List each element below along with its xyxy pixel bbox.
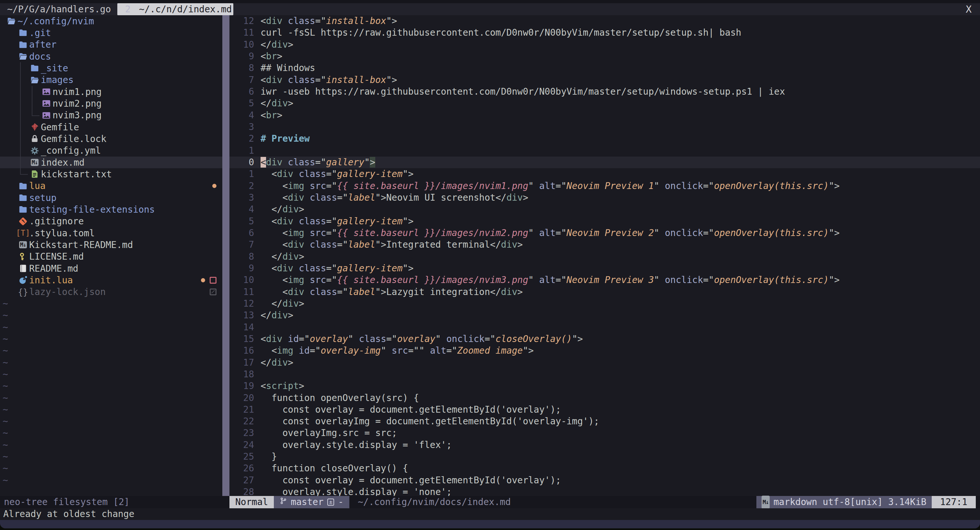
tree-item-label: _config.yml <box>41 145 101 156</box>
code-line[interactable]: 10 <img src="{{ site.baseurl }}/images/n… <box>229 274 980 286</box>
code-text: <div class="label">Integrated terminal</… <box>261 239 523 251</box>
tab-index-md[interactable]: 2 ~/.c/n/d/index.md <box>117 3 233 15</box>
tree-item-nvim2-png[interactable]: nvim2.png <box>0 97 222 109</box>
code-line[interactable]: 1 <div class="gallery-item"> <box>229 168 980 180</box>
code-line[interactable]: 26 function closeOverlay() { <box>229 463 980 474</box>
code-line[interactable]: 8## Windows <box>229 62 980 74</box>
tree-item-lua[interactable]: lua <box>0 180 222 192</box>
tab-handlers-go[interactable]: ~/P/G/a/handlers.go <box>7 3 111 15</box>
lua-icon <box>17 275 29 285</box>
code-line[interactable]: 13</div> <box>229 310 980 321</box>
code-line[interactable]: 17</div> <box>229 357 980 369</box>
tree-item--gitignore[interactable]: .gitignore <box>0 216 222 227</box>
indent-guide <box>32 97 32 109</box>
code-line[interactable]: 18 <box>229 369 980 380</box>
tree-item--git[interactable]: .git <box>0 27 222 38</box>
tree-item-license-md[interactable]: LICENSE.md <box>0 251 222 263</box>
code-line[interactable]: 25 } <box>229 451 980 463</box>
toml-icon: [T] <box>17 229 29 238</box>
tree-item-kickstart-readme-md[interactable]: M↓Kickstart-README.md <box>0 239 222 251</box>
line-number: 9 <box>229 263 254 274</box>
code-text: <div class="label">Neovim UI screenshot<… <box>261 192 528 204</box>
tree-item-setup[interactable]: setup <box>0 192 222 204</box>
tree-item-testing-file-extensions[interactable]: testing-file-extensions <box>0 204 222 215</box>
code-line[interactable]: 8 </div> <box>229 251 980 263</box>
tree-item--site[interactable]: _site <box>0 62 222 74</box>
line-number: 14 <box>229 322 254 333</box>
tree-item-lazy-lock-json[interactable]: {}lazy-lock.json <box>0 286 222 298</box>
code-line[interactable]: 11 <div class="label">Lazygit integratio… <box>229 286 980 298</box>
code-line[interactable]: 10</div> <box>229 39 980 51</box>
code-line[interactable]: 23 overlayImg.src = src; <box>229 427 980 439</box>
code-line[interactable]: 11curl -fsSL https://raw.githubuserconte… <box>229 27 980 38</box>
code-text: <script> <box>261 380 304 392</box>
pane-separator[interactable] <box>222 15 229 496</box>
code-line[interactable]: 3 <div class="label">Neovim UI screensho… <box>229 192 980 204</box>
code-line[interactable]: 19<script> <box>229 380 980 392</box>
tree-item-readme-md[interactable]: README.md <box>0 263 222 274</box>
unstaged-box-icon <box>210 277 216 283</box>
tree-item-gemfile-lock[interactable]: Gemfile.lock <box>0 133 222 145</box>
tree-item-after[interactable]: after <box>0 39 222 51</box>
code-line[interactable]: 22 const overlayImg = document.getElemen… <box>229 415 980 427</box>
code-line[interactable]: 24 overlay.style.display = 'flex'; <box>229 439 980 451</box>
tree-item-index-md[interactable]: M↓index.md <box>0 157 222 168</box>
filetype-segment: M↓ markdown utf-8[unix] 3.14KiB <box>756 496 932 508</box>
code-line[interactable]: 4 </div> <box>229 204 980 215</box>
tree-item--stylua-toml[interactable]: [T].stylua.toml <box>0 227 222 239</box>
book-icon <box>17 264 29 273</box>
tree-item-nvim1-png[interactable]: nvim1.png <box>0 86 222 97</box>
code-line[interactable]: 21 const overlay = document.getElementBy… <box>229 404 980 415</box>
code-line[interactable]: 5 <div class="gallery-item"> <box>229 216 980 227</box>
tree-item-label: .git <box>29 27 51 38</box>
code-line[interactable]: 9<br> <box>229 51 980 62</box>
code-line[interactable]: 6 <img src="{{ site.baseurl }}/images/nv… <box>229 227 980 239</box>
tree-item--config-yml[interactable]: _config.yml <box>0 145 222 157</box>
code-line[interactable]: 4<br> <box>229 110 980 121</box>
folder-icon <box>17 205 29 214</box>
code-text: overlay.style.display = 'none'; <box>261 486 452 496</box>
tree-item-label: setup <box>29 193 56 203</box>
tree-item-label: nvim3.png <box>52 110 102 121</box>
code-line[interactable]: 16 <img id="overlay-img" src="" alt="Zoo… <box>229 345 980 357</box>
tree-item-kickstart-txt[interactable]: kickstart.txt <box>0 168 222 180</box>
file-tree: ~/.config/nvim.gitafterdocs_siteimagesnv… <box>0 15 222 298</box>
code-line[interactable]: 2# Preview <box>229 133 980 145</box>
code-line-cursor[interactable]: 0<div class="gallery"> <box>229 157 980 168</box>
tree-item-images[interactable]: images <box>0 74 222 86</box>
code-line[interactable]: 7 <div class="label">Integrated terminal… <box>229 239 980 251</box>
tree-item--config-nvim[interactable]: ~/.config/nvim <box>0 15 222 27</box>
tree-item-label: after <box>29 39 56 50</box>
line-number: 4 <box>229 204 254 215</box>
editor-buffer[interactable]: 12<div class="install-box">11curl -fsSL … <box>229 15 980 496</box>
code-line[interactable]: 15<div id="overlay" class="overlay" oncl… <box>229 333 980 345</box>
code-line[interactable]: 1 <box>229 145 980 157</box>
line-number: 12 <box>229 298 254 310</box>
line-number: 6 <box>229 227 254 239</box>
code-line[interactable]: 20 function openOverlay(src) { <box>229 392 980 404</box>
code-line[interactable]: 12<div class="install-box"> <box>229 15 980 27</box>
empty-buffer-tildes: ~~~~~~~~~~~~~~~~ <box>0 298 222 486</box>
code-line[interactable]: 14 <box>229 322 980 333</box>
code-line[interactable]: 7<div class="install-box"> <box>229 74 980 86</box>
tilde: ~ <box>0 427 222 439</box>
code-line[interactable]: 3 <box>229 121 980 133</box>
tilde: ~ <box>0 298 222 310</box>
tree-item-nvim3-png[interactable]: nvim3.png <box>0 110 222 121</box>
code-line[interactable]: 28 overlay.style.display = 'none'; <box>229 486 980 496</box>
tree-item-docs[interactable]: docs <box>0 51 222 62</box>
close-icon[interactable]: X <box>966 3 972 15</box>
file-path: ~/.config/nvim/docs/index.md <box>358 496 511 508</box>
code-line[interactable]: 27 const overlay = document.getElementBy… <box>229 474 980 486</box>
tree-item-gemfile[interactable]: Gemfile <box>0 121 222 133</box>
code-line[interactable]: 2 <img src="{{ site.baseurl }}/images/nv… <box>229 180 980 192</box>
code-line[interactable]: 12 </div> <box>229 298 980 310</box>
tilde: ~ <box>0 357 222 369</box>
md-icon: M↓ <box>17 241 29 248</box>
code-line[interactable]: 6iwr -useb https://raw.githubusercontent… <box>229 86 980 97</box>
code-line[interactable]: 9 <div class="gallery-item"> <box>229 263 980 274</box>
tree-item-init-lua[interactable]: init.lua <box>0 274 222 286</box>
git-icon <box>17 216 29 226</box>
code-text: iwr -useb https://raw.githubusercontent.… <box>261 86 785 97</box>
code-line[interactable]: 5</div> <box>229 97 980 109</box>
